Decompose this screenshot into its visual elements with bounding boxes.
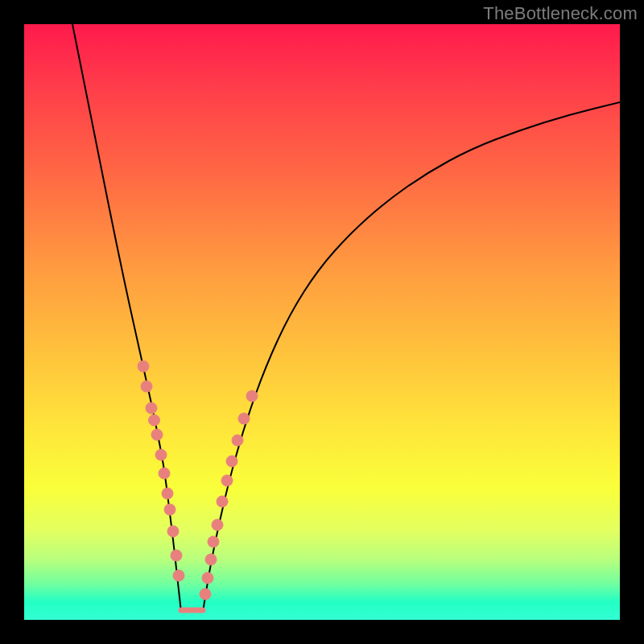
marker-dot: [246, 390, 258, 402]
marker-dot: [221, 475, 233, 486]
curve-layer: [24, 24, 620, 620]
marker-dot: [171, 550, 182, 561]
marker-dot: [151, 429, 163, 440]
marker-dot: [164, 504, 175, 515]
curve-markers: [138, 361, 258, 600]
marker-dot: [202, 572, 213, 584]
plot-area: [24, 24, 620, 620]
chart-frame: TheBottleneck.com: [0, 0, 644, 644]
marker-dot: [146, 402, 157, 414]
right-curve: [203, 102, 620, 612]
marker-dot: [138, 361, 149, 372]
marker-dot: [205, 554, 217, 565]
marker-dot: [173, 570, 184, 581]
marker-dot: [162, 488, 173, 499]
marker-dot: [149, 415, 160, 426]
marker-dot: [141, 381, 152, 392]
marker-dot: [208, 536, 219, 547]
marker-dot: [167, 526, 179, 537]
marker-dot: [238, 413, 250, 424]
left-curve: [72, 24, 181, 612]
marker-dot: [232, 435, 243, 446]
watermark-text: TheBottleneck.com: [483, 3, 638, 24]
marker-dot: [200, 588, 211, 600]
marker-dot: [217, 496, 228, 507]
marker-dot: [226, 456, 237, 467]
marker-dot: [212, 519, 223, 530]
marker-dot: [159, 468, 170, 479]
marker-dot: [155, 449, 167, 460]
